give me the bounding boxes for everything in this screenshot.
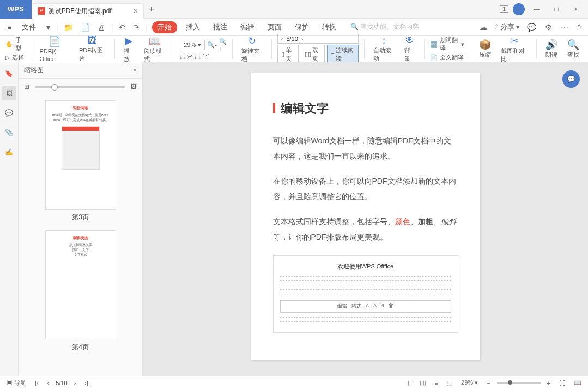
ribbon: ✋ 手型 ▷ 选择 📄PDF转Office 🖼PDF转图片 ▶播放 📖阅读模式 … (0, 36, 588, 62)
actual-size-icon[interactable]: 1:1 (202, 53, 210, 59)
zoom-in-button[interactable]: + (545, 380, 553, 386)
dashed-box-icon[interactable]: ⬚ (195, 53, 200, 60)
titlebar: WPS 测试PDF使用指南.pdf × + 1 — □ × (0, 0, 588, 19)
tab-page[interactable]: 页面 (263, 21, 286, 34)
assistant-button[interactable]: 💬 (562, 70, 580, 88)
menu-icon[interactable]: ≡ (5, 23, 13, 32)
next-page-icon[interactable]: › (72, 380, 78, 386)
paragraph: 在你的移动设备上，你可以向PDF文档添加新的文本内容，并且随意调整它的位置。 (273, 173, 458, 204)
wps-logo[interactable]: WPS (0, 0, 32, 19)
redo-icon[interactable]: ↷ (131, 23, 141, 32)
chevron-down-icon[interactable]: ▾ (45, 23, 52, 32)
close-button[interactable]: × (568, 2, 584, 17)
zoom-out-button[interactable]: − (484, 380, 492, 386)
reading-mode-icon[interactable]: 📖 (572, 379, 584, 386)
save-icon[interactable]: 📄 (79, 23, 92, 32)
paragraph: 可以像编辑Word文档一样，随意编辑PDF文档中的文本内容，这是我们一直以来的追… (273, 133, 458, 164)
last-page-icon[interactable]: ›| (82, 380, 90, 386)
thumb-label: 第4页 (24, 343, 137, 352)
view-continuous-icon[interactable]: ≡ (433, 380, 440, 386)
zoom-dropdown[interactable]: 29% ▾ (180, 40, 205, 50)
collapse-icon[interactable]: ^ (575, 23, 583, 32)
fullscreen-icon[interactable]: ⛶ (557, 380, 567, 386)
maximize-button[interactable]: □ (549, 2, 564, 17)
crop-icon[interactable]: ✂ (187, 53, 192, 60)
auto-scroll-button[interactable]: ↕自动滚动 (370, 36, 398, 62)
sel-translate-button[interactable]: 🔤 划词翻译 ▾ (430, 36, 465, 52)
select-tool[interactable]: ▷ 选择 (5, 53, 25, 62)
bookmark-icon[interactable]: 🔖 (2, 67, 16, 81)
thumbnail-page-3[interactable]: 轻松阅读 PDF是一种常见的文档格式，使用WPS Office，即可以完成PDF… (24, 100, 137, 222)
single-page-button[interactable]: ▯ 单页 (277, 45, 299, 64)
open-icon[interactable]: 📁 (62, 23, 75, 32)
read-aloud-button[interactable]: 🔊朗读 (542, 36, 561, 62)
feedback-icon[interactable]: 💬 (525, 23, 538, 32)
full-translate-button[interactable]: 📄 全文翻译 (430, 53, 465, 62)
settings-icon[interactable]: ⚙ (543, 23, 554, 32)
cloud-icon[interactable]: ☁ (478, 23, 489, 32)
share-button[interactable]: ⤴ 分享 ▾ (494, 22, 520, 32)
thumb-size-slider[interactable] (35, 86, 125, 88)
hand-tool[interactable]: ✋ 手型 (5, 36, 25, 52)
tab-convert[interactable]: 转换 (318, 21, 341, 34)
signature-icon[interactable]: ✍ (2, 145, 16, 159)
play-button[interactable]: ▶播放 (120, 36, 138, 62)
zoom-label[interactable]: 29% ▾ (459, 379, 480, 386)
close-tab-icon[interactable]: × (134, 7, 138, 15)
zoom-out-icon[interactable]: 🔍- (207, 41, 217, 49)
tab-insert[interactable]: 插入 (181, 21, 204, 34)
zoom-in-icon[interactable]: 🔍+ (219, 38, 227, 52)
thumb-image-icon[interactable]: 🖼 (130, 83, 137, 91)
nav-toggle[interactable]: ▣ 导航 (4, 379, 28, 387)
continuous-button[interactable]: ≡ 连续阅读 (327, 45, 359, 64)
window-badge[interactable]: 1 (500, 5, 508, 13)
thumbnail-icon[interactable]: 🖼 (2, 86, 16, 100)
rotate-button[interactable]: ↻旋转文档 (238, 36, 266, 62)
close-panel-icon[interactable]: × (133, 67, 137, 74)
thumb-grid-icon[interactable]: ⊞ (24, 83, 29, 91)
tab-protect[interactable]: 保护 (290, 21, 313, 34)
document-tab[interactable]: 测试PDF使用指南.pdf × (32, 3, 144, 19)
prev-page-icon[interactable]: ‹ (45, 380, 52, 386)
document-view[interactable]: 💬 编辑文字 可以像编辑Word文档一样，随意编辑PDF文档中的文本内容，这是我… (143, 62, 588, 376)
undo-icon[interactable]: ↶ (117, 23, 127, 32)
tab-start[interactable]: 开始 (152, 21, 177, 33)
print-icon[interactable]: 🖨 (96, 23, 107, 32)
background-button[interactable]: 👁背景 (401, 36, 419, 62)
first-page-icon[interactable]: |‹ (33, 380, 41, 386)
thumbnail-page-4[interactable]: 编辑页面 插入和调整文字 图片、文字 文字格式 第4页 (24, 230, 137, 352)
file-menu[interactable]: 文件 (17, 21, 40, 34)
search-input[interactable]: 🔍 查找功能、文档内容 (350, 22, 419, 32)
screenshot-button[interactable]: ✂截图和对比 (498, 36, 531, 62)
pdf-icon (38, 7, 45, 15)
left-toolbar: 🔖 🖼 💬 📎 ✍ (0, 62, 19, 376)
comment-icon[interactable]: 💬 (2, 106, 16, 120)
thumbnail-title: 缩略图 (24, 65, 44, 75)
pdf-to-image-button[interactable]: 🖼PDF转图片 (76, 36, 109, 62)
page-number[interactable]: 5/10 (286, 35, 298, 42)
fit-width-icon[interactable]: ⬚ (180, 53, 185, 60)
prev-page-icon[interactable]: ‹ (281, 35, 283, 42)
page-indicator[interactable]: 5/10 (56, 380, 67, 386)
more-icon[interactable]: ⋯ (559, 23, 570, 32)
view-single-icon[interactable]: ▯ (405, 379, 413, 386)
thumbnail-panel: 缩略图 × ⊞ 🖼 轻松阅读 PDF是一种常见的文档格式，使用WPS Offic… (19, 62, 143, 376)
view-double-icon[interactable]: ▯▯ (417, 379, 428, 386)
attachment-icon[interactable]: 📎 (2, 125, 16, 140)
zoom-slider[interactable] (497, 382, 541, 384)
find-button[interactable]: 🔍查找 (564, 36, 583, 62)
double-page-button[interactable]: ▯▯ 双页 (301, 45, 325, 64)
read-mode-button[interactable]: 📖阅读模式 (141, 36, 168, 62)
compress-button[interactable]: 📦压缩 (476, 36, 494, 62)
tab-edit[interactable]: 编辑 (236, 21, 259, 34)
pdf-to-office-button[interactable]: 📄PDF转Office (36, 36, 72, 62)
next-page-icon[interactable]: › (301, 35, 304, 42)
fit-icon[interactable]: ⬚ (445, 379, 454, 386)
tab-annotate[interactable]: 批注 (209, 21, 232, 34)
avatar[interactable] (513, 3, 525, 15)
minimize-button[interactable]: — (529, 2, 544, 17)
new-tab-button[interactable]: + (149, 4, 154, 14)
embedded-preview: 欢迎使用WPS Offfice 编辑 格式 AAA🗑 (273, 255, 458, 333)
paragraph: 文本格式同样支持调整，包括字号、颜色、加粗、倾斜等，让你的PDF排版布局更美观。 (273, 214, 458, 244)
tab-title: 测试PDF使用指南.pdf (49, 7, 112, 16)
